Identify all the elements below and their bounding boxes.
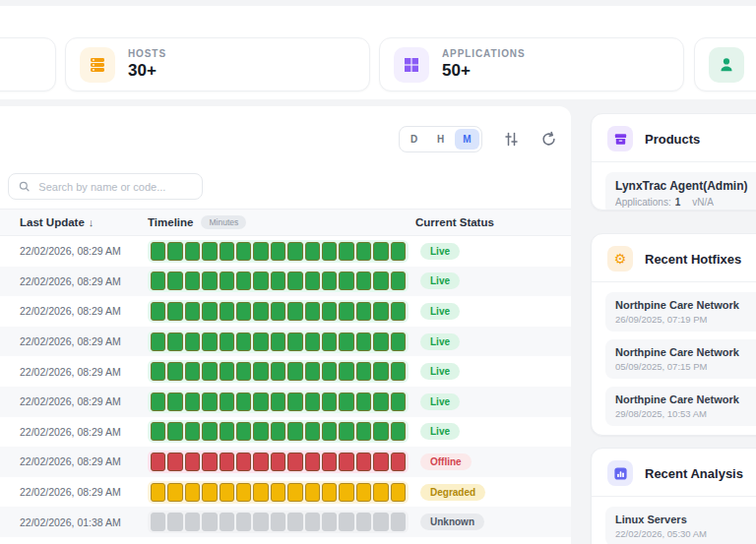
timeline-segment (271, 393, 285, 411)
stat-card-applications[interactable]: APPLICATIONS 50+ (379, 37, 684, 91)
applications-label: Applications: (615, 197, 671, 208)
list-item[interactable]: Northpine Care Network05/09/2025, 07:15 … (605, 339, 756, 379)
timeline-segment (322, 513, 337, 531)
timeline-segment (185, 483, 200, 502)
timeline-segment (220, 242, 234, 261)
timeline-segment (151, 513, 165, 531)
timeline-bar[interactable] (148, 331, 409, 353)
sort-desc-icon: ↓ (89, 216, 94, 228)
timeline-segment (356, 422, 371, 441)
table-row[interactable]: 22/02/2026, 08:29 AMLive (0, 296, 571, 327)
status-badge: Live (420, 303, 460, 320)
timeline-segment (167, 422, 182, 441)
refresh-icon[interactable] (539, 131, 557, 149)
table-row[interactable]: 22/02/2026, 01:38 AMUnknown (0, 507, 571, 537)
stat-card-users[interactable]: U 1 (694, 37, 756, 91)
timeline-segment (220, 422, 234, 441)
bar-chart-icon (607, 460, 633, 486)
timeline-segment (151, 422, 165, 441)
status-badge: Offline (420, 453, 472, 470)
table-row[interactable]: 22/02/2026, 08:29 AMLive (0, 236, 571, 267)
dashboard: HOSTS 30+ APPLICATIONS 50+ (0, 0, 756, 544)
timeline-segment (305, 453, 320, 471)
timeline-segment (220, 393, 234, 411)
timeline-segment (202, 513, 217, 531)
timeline-segment (322, 302, 337, 321)
table-row[interactable]: 22/02/2026, 08:29 AMLive (0, 267, 571, 297)
timeline-segment (391, 242, 406, 261)
timeline-segment (220, 302, 234, 321)
timeline-bar[interactable] (148, 420, 409, 443)
column-last-update[interactable]: Last Update ↓ (0, 216, 148, 228)
timeline-segment (373, 393, 388, 411)
timeline-segment (391, 362, 406, 381)
item-name: Northpine Care Network (615, 393, 753, 405)
table-row[interactable]: 22/02/2026, 08:29 AMOffline (0, 447, 571, 477)
stat-card-hosts[interactable]: HOSTS 30+ (65, 37, 370, 91)
timeline-segment (322, 272, 337, 290)
stat-value: 30+ (128, 61, 166, 81)
time-range-option-m[interactable]: M (455, 129, 479, 150)
timeline-segment (356, 272, 371, 290)
timeline-segment (373, 272, 388, 290)
time-range-option-d[interactable]: D (402, 129, 426, 150)
timeline-segment (287, 422, 302, 441)
timeline-segment (271, 483, 285, 502)
timeline-bar[interactable] (148, 511, 409, 533)
last-update-cell: 22/02/2026, 08:29 AM (0, 366, 148, 378)
timeline-segment (305, 242, 320, 261)
timeline-segment (236, 302, 251, 321)
timeline-bar[interactable] (148, 360, 409, 383)
timeline-segment (339, 453, 353, 471)
timeline-segment (202, 302, 217, 321)
timeline-segment (339, 242, 353, 261)
user-icon (709, 47, 744, 83)
timeline-bar[interactable] (148, 300, 409, 323)
products-card: Products LynxTrac Agent(Admin) Applicati… (591, 113, 756, 211)
timeline-segment (287, 483, 302, 502)
last-update-cell: 22/02/2026, 08:29 AM (0, 486, 148, 498)
timeline-bar[interactable] (148, 481, 409, 504)
timeline-bar[interactable] (148, 451, 409, 473)
timeline-segment (253, 272, 268, 290)
stat-label: HOSTS (128, 48, 166, 59)
timeline-segment (151, 453, 165, 471)
product-item[interactable]: LynxTrac Agent(Admin) Applications: 1 vN… (605, 172, 756, 211)
timeline-segment (236, 272, 251, 290)
timeline-segment (287, 362, 302, 381)
timeline-segment (185, 302, 200, 321)
list-item[interactable]: Northpine Care Network26/09/2025, 07:19 … (605, 292, 756, 332)
search-box[interactable] (8, 173, 203, 200)
list-item[interactable]: Linux Servers22/02/2026, 05:30 AM (605, 507, 756, 544)
last-update-cell: 22/02/2026, 08:29 AM (0, 455, 148, 467)
timeline-segment (391, 332, 406, 351)
stat-card-partial[interactable] (0, 37, 56, 91)
timeline-segment (151, 242, 165, 261)
list-item[interactable]: Northpine Care Network29/08/2025, 10:53 … (605, 387, 756, 426)
gear-icon: ⚙ (607, 246, 633, 272)
timeline-segment (220, 453, 234, 471)
search-icon (19, 180, 30, 193)
panel-controls: DHM (399, 126, 557, 152)
timeline-segment (220, 362, 234, 381)
table-row[interactable]: 22/02/2026, 08:29 AMLive (0, 327, 571, 357)
item-date: 29/08/2025, 10:53 AM (615, 408, 753, 419)
table-row[interactable]: 22/02/2026, 08:29 AMLive (0, 417, 571, 448)
table-row[interactable]: 22/02/2026, 08:29 AMLive (0, 356, 571, 387)
timeline-bar[interactable] (148, 270, 409, 292)
search-input[interactable] (36, 180, 192, 194)
item-name: Northpine Care Network (615, 346, 753, 358)
filter-sliders-icon[interactable] (502, 131, 520, 149)
table-row[interactable]: 22/02/2026, 08:29 AMLive (0, 387, 571, 417)
timeline-segment (236, 513, 251, 531)
timeline-segment (373, 242, 388, 261)
table-header: Last Update ↓ Timeline Minutes Current S… (0, 209, 571, 236)
timeline-segment (253, 393, 268, 411)
timeline-segment (339, 302, 353, 321)
time-range-option-h[interactable]: H (428, 129, 453, 150)
timeline-segment (220, 272, 234, 290)
timeline-bar[interactable] (148, 240, 409, 263)
last-update-cell: 22/02/2026, 08:29 AM (0, 275, 148, 287)
table-row[interactable]: 22/02/2026, 08:29 AMDegraded (0, 477, 571, 508)
timeline-bar[interactable] (148, 391, 409, 413)
